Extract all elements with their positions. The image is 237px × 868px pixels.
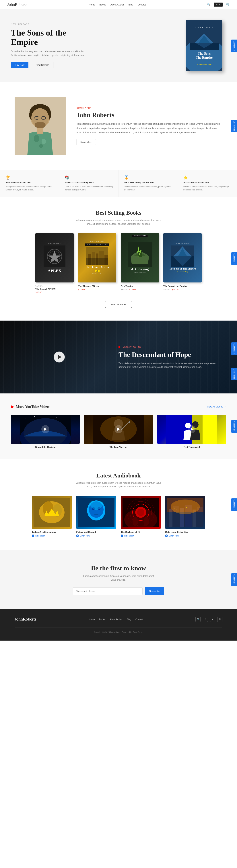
book2-new-price: $23.00 <box>78 288 85 291</box>
footer-nav-contact[interactable]: Contact <box>136 618 143 621</box>
award-3: 🏅 NYT Best-selling Author 2014 Orci done… <box>119 170 178 197</box>
nav-books[interactable]: Books <box>99 3 106 6</box>
video3-title: Fast Forwarded <box>157 445 226 448</box>
customize-yt1-button[interactable]: Customize <box>231 342 237 355</box>
svg-point-16 <box>39 144 43 148</box>
book1-title: The Boss of APLEX <box>35 287 73 290</box>
book-card-1: JOHN ROBERTS APLEX SERIES The Boss of AP… <box>35 233 73 294</box>
svg-point-44 <box>47 415 48 416</box>
email-input[interactable] <box>73 587 143 595</box>
video-card-1[interactable]: Beyond the Horizon <box>11 414 80 448</box>
twitter-icon[interactable]: ✕ <box>217 617 223 622</box>
book-cover-4[interactable]: JOHN ROBERTS The Sons of The Empire #1 T… <box>164 233 202 282</box>
hero-title: The Sons of the Empire <box>11 28 88 46</box>
audiobook-desc: Vulputate vulputate eget cursus nam ultr… <box>73 481 164 489</box>
book2-author-label: JOHN ROBERTS <box>90 241 104 243</box>
audio1-title: Taslov: A Fallen Empire <box>32 530 72 533</box>
customize-hero-button[interactable]: Customize <box>231 39 237 52</box>
video-thumb-3[interactable] <box>157 414 226 444</box>
yt-hero-desc: Tellus tellus mattis pulvinar nulla euis… <box>119 362 223 369</box>
cart-button[interactable]: $0.00 <box>214 3 223 6</box>
cart-icon[interactable]: 🛒 <box>226 3 230 6</box>
nav-home[interactable]: Home <box>89 3 95 6</box>
buy-now-button[interactable]: Buy Now <box>11 62 28 68</box>
customize-more-yt-button[interactable]: Customize <box>231 420 237 432</box>
more-yt-title: ▶ More YouTube Videos <box>11 404 50 409</box>
book1-title-text: APLEX <box>48 269 61 273</box>
nav-blog[interactable]: Blog <box>128 3 133 6</box>
audio4-listen[interactable]: Listen Now <box>165 534 205 537</box>
footer-nav-books[interactable]: Books <box>99 618 105 621</box>
book3-title: Ark Forging <box>121 285 159 287</box>
yt-tag: ▶ Latest On YouTube <box>119 345 223 349</box>
footer-copyright: Copyright © 2024 Book Store | Powered by… <box>14 627 223 633</box>
video-thumb-2[interactable] <box>84 414 153 444</box>
audio-cover-4[interactable] <box>165 496 205 529</box>
read-sample-button[interactable]: Read Sample <box>31 62 53 68</box>
customize-books-button[interactable]: Customize <box>231 252 237 265</box>
audio2-listen[interactable]: Listen Now <box>76 534 116 537</box>
customize-newsletter-button[interactable]: Customize <box>231 573 237 586</box>
more-youtube-section: ▶ More YouTube Videos View All Videos → <box>0 394 237 459</box>
book4-new-price: $20.00 <box>172 288 178 291</box>
audio1-listen[interactable]: Listen Now <box>32 534 72 537</box>
shop-all-button[interactable]: Shop All Books <box>105 301 131 308</box>
view-all-videos-link[interactable]: View All Videos → <box>207 405 226 408</box>
nav-right: 🔍 $0.00 🛒 <box>207 3 230 6</box>
hero-section: NEW RELEASE The Sons of the Empire Justo… <box>0 9 237 82</box>
read-more-button[interactable]: Read More <box>77 139 96 145</box>
footer-nav-blog[interactable]: Blog <box>127 618 131 621</box>
nav-logo[interactable]: JohnRoberts <box>7 2 27 7</box>
facebook-icon[interactable]: f <box>203 617 208 622</box>
video2-play[interactable] <box>115 425 122 433</box>
youtube-play-button[interactable] <box>54 351 65 363</box>
book-cover-1[interactable]: JOHN ROBERTS APLEX <box>35 233 73 282</box>
nav-about[interactable]: About Author <box>110 3 124 6</box>
video-card-3[interactable]: Fast Forwarded <box>157 414 226 448</box>
author-illustration <box>14 97 66 155</box>
book4-badge: #1 The Bestselling <box>177 271 188 273</box>
book-cover-3[interactable]: NYT BEST SELLER Ark Forging JOHN ROBERTS <box>121 233 159 282</box>
award-title-2: World's #1 Best-selling Book <box>65 181 113 184</box>
bestselling-section: Best Selling Books Vulputate vulputate e… <box>0 197 237 320</box>
book2-title: The Throned Mirror <box>78 285 116 287</box>
book2-graphic <box>86 247 108 265</box>
bestselling-title: Best Selling Books <box>11 209 226 216</box>
video3-play[interactable] <box>187 425 196 433</box>
audio3-listen[interactable]: Listen Now <box>121 534 161 537</box>
youtube-red-icon: ▶ <box>11 404 14 409</box>
video-card-2[interactable]: The Iron Warrior <box>84 414 153 448</box>
footer-nav-home[interactable]: Home <box>89 618 95 621</box>
video-thumb-1[interactable] <box>11 414 80 444</box>
search-icon[interactable]: 🔍 <box>207 3 211 6</box>
audio-cover-1[interactable] <box>32 496 72 529</box>
biography-tag: BIOGRAPHY <box>77 107 223 109</box>
customize-yt2-button[interactable]: Customize <box>231 368 237 380</box>
biography-text: Tellus tellus mattis pulvinar nulla euis… <box>77 122 223 134</box>
audio-cover-3[interactable] <box>121 496 161 529</box>
instagram-icon[interactable]: 📷 <box>196 617 201 622</box>
svg-rect-87 <box>186 507 187 507</box>
youtube-icon[interactable]: ▶ <box>210 617 215 622</box>
yt-hero-title: The Descendant of Hope <box>119 351 223 359</box>
audio-cover-2[interactable] <box>76 496 116 529</box>
bestselling-desc: Vulputate vulputate eget cursus nam ultr… <box>73 218 164 226</box>
svg-point-41 <box>34 416 35 416</box>
svg-rect-88 <box>188 508 189 509</box>
book-cover-2[interactable]: JOHN ROBERTS #1 New York Times Best Sell… <box>78 233 116 282</box>
nav-contact[interactable]: Contact <box>138 3 146 6</box>
newsletter-desc: Lacinia amet scelerisque fusce elit vene… <box>82 574 155 582</box>
book2-title-text: The Throned Mirror <box>83 265 111 269</box>
audio-card-3: The Darkside of IT Listen Now <box>121 496 161 537</box>
video1-play[interactable] <box>41 425 50 433</box>
book4-old-price: $30.00 <box>164 288 170 291</box>
audio4-listen-label: Listen Now <box>169 535 179 537</box>
subscribe-button[interactable]: Subscribe <box>145 587 164 595</box>
book3-author-label: JOHN ROBERTS <box>134 272 146 274</box>
footer-nav-about[interactable]: About Author <box>110 618 122 621</box>
newsletter-title: Be the first to know <box>11 564 226 572</box>
customize-bio-button[interactable]: Customize <box>231 120 237 132</box>
svg-rect-85 <box>174 508 175 508</box>
biography-section: BIOGRAPHY John Roberts Tellus tellus mat… <box>0 82 237 170</box>
customize-audiobook-button[interactable]: Customize <box>231 498 237 511</box>
